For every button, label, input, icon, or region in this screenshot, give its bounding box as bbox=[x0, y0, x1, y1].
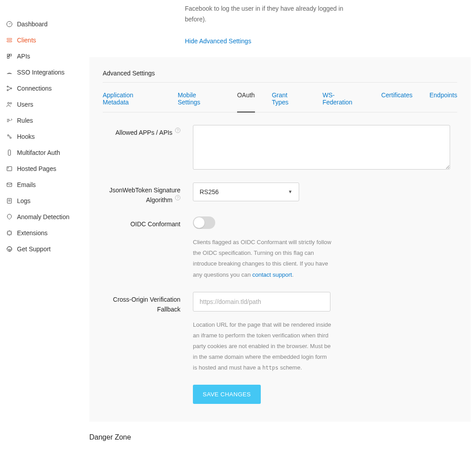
advanced-settings-title: Advanced Settings bbox=[103, 70, 457, 83]
contact-support-link[interactable]: contact support bbox=[252, 271, 292, 278]
sidebar-item-label: Users bbox=[17, 101, 33, 108]
hide-advanced-settings-link[interactable]: Hide Advanced Settings bbox=[185, 37, 471, 45]
sidebar-item-label: Dashboard bbox=[17, 21, 48, 28]
sidebar-item-extensions[interactable]: Extensions bbox=[5, 225, 89, 241]
svg-rect-17 bbox=[7, 183, 12, 187]
tab-oauth[interactable]: OAuth bbox=[237, 91, 255, 112]
tab-mobile-settings[interactable]: Mobile Settings bbox=[178, 91, 220, 112]
logs-icon bbox=[5, 197, 13, 205]
sidebar-item-emails[interactable]: Emails bbox=[5, 177, 89, 193]
svg-rect-3 bbox=[7, 54, 9, 56]
sidebar-item-label: Emails bbox=[17, 181, 36, 188]
cors-fallback-input[interactable] bbox=[193, 292, 330, 312]
toggle-knob bbox=[194, 217, 205, 228]
svg-rect-18 bbox=[7, 199, 11, 204]
svg-point-8 bbox=[11, 88, 12, 89]
svg-point-6 bbox=[7, 86, 8, 87]
allowed-apps-label: Allowed APPs / APIs ? bbox=[103, 125, 180, 137]
advanced-settings-panel: Advanced Settings Application Metadata M… bbox=[89, 57, 471, 422]
svg-point-16 bbox=[8, 167, 8, 168]
allowed-apps-textarea[interactable] bbox=[193, 125, 450, 170]
svg-rect-13 bbox=[8, 150, 10, 155]
rules-icon bbox=[5, 116, 13, 125]
jwt-algorithm-value: RS256 bbox=[200, 188, 219, 195]
danger-zone-heading: Danger Zone bbox=[89, 433, 471, 441]
sidebar-item-label: Hosted Pages bbox=[17, 165, 56, 172]
apis-icon bbox=[5, 52, 13, 60]
sidebar-item-label: APIs bbox=[17, 53, 30, 60]
sidebar-item-label: Connections bbox=[17, 85, 52, 92]
svg-rect-21 bbox=[8, 231, 11, 235]
svg-rect-4 bbox=[10, 54, 12, 56]
svg-rect-5 bbox=[7, 57, 9, 58]
sidebar-item-label: Multifactor Auth bbox=[17, 149, 60, 156]
sidebar-item-hooks[interactable]: Hooks bbox=[5, 129, 89, 145]
sidebar-item-rules[interactable]: Rules bbox=[5, 112, 89, 129]
tab-ws-federation[interactable]: WS-Federation bbox=[322, 91, 364, 112]
save-changes-button[interactable]: SAVE CHANGES bbox=[193, 385, 261, 404]
users-icon bbox=[5, 100, 13, 108]
cors-fallback-label: Cross-Origin Verification Fallback bbox=[103, 292, 180, 315]
tab-endpoints[interactable]: Endpoints bbox=[430, 91, 457, 112]
oidc-conformant-description: Clients flagged as OIDC Conformant will … bbox=[193, 237, 331, 280]
tab-application-metadata[interactable]: Application Metadata bbox=[103, 91, 161, 112]
sidebar-item-label: Get Support bbox=[17, 245, 51, 253]
anomaly-icon bbox=[5, 213, 13, 221]
https-code: https bbox=[262, 365, 278, 371]
jwt-algorithm-select[interactable]: RS256 ▼ bbox=[193, 183, 299, 201]
help-icon[interactable]: ? bbox=[175, 128, 180, 133]
chevron-down-icon: ▼ bbox=[288, 189, 292, 194]
svg-point-9 bbox=[8, 102, 9, 104]
sidebar-item-label: Logs bbox=[17, 197, 30, 204]
previous-setting-help-text: Facebook to log the user in if they have… bbox=[185, 4, 350, 25]
sidebar-item-support[interactable]: Get Support bbox=[5, 241, 89, 257]
svg-point-11 bbox=[8, 135, 9, 136]
advanced-settings-tabs: Application Metadata Mobile Settings OAu… bbox=[103, 91, 457, 112]
sidebar-item-anomaly[interactable]: Anomaly Detection bbox=[5, 209, 89, 225]
clients-icon bbox=[5, 36, 13, 44]
sso-icon bbox=[5, 68, 13, 76]
hooks-icon bbox=[5, 133, 13, 141]
sidebar-item-label: Anomaly Detection bbox=[17, 213, 70, 220]
extensions-icon bbox=[5, 229, 13, 237]
sidebar-item-sso[interactable]: SSO Integrations bbox=[5, 64, 89, 80]
jwt-algorithm-label: JsonWebToken Signature Algorithm ? bbox=[103, 183, 180, 205]
sidebar-item-label: Clients bbox=[17, 37, 36, 44]
mfa-icon bbox=[5, 149, 13, 157]
sidebar-item-label: Extensions bbox=[17, 229, 47, 237]
svg-rect-2 bbox=[7, 41, 12, 42]
sidebar-item-label: Hooks bbox=[17, 133, 35, 140]
sidebar-item-clients[interactable]: Clients bbox=[5, 32, 89, 48]
connections-icon bbox=[5, 84, 13, 92]
svg-point-10 bbox=[10, 103, 12, 104]
help-icon[interactable]: ? bbox=[175, 195, 180, 200]
sidebar-item-logs[interactable]: Logs bbox=[5, 193, 89, 209]
tab-grant-types[interactable]: Grant Types bbox=[272, 91, 306, 112]
hosted-pages-icon bbox=[5, 165, 13, 173]
svg-rect-15 bbox=[7, 166, 12, 170]
sidebar-item-connections[interactable]: Connections bbox=[5, 80, 89, 96]
svg-rect-1 bbox=[7, 38, 12, 40]
dashboard-icon bbox=[5, 20, 13, 28]
support-icon bbox=[5, 245, 13, 253]
sidebar-item-label: SSO Integrations bbox=[17, 69, 65, 76]
emails-icon bbox=[5, 181, 13, 189]
sidebar-item-label: Rules bbox=[17, 117, 33, 124]
sidebar-item-users[interactable]: Users bbox=[5, 96, 89, 112]
oidc-conformant-toggle[interactable] bbox=[193, 216, 215, 229]
sidebar-item-apis[interactable]: APIs bbox=[5, 48, 89, 64]
tab-certificates[interactable]: Certificates bbox=[381, 91, 413, 112]
sidebar-item-mfa[interactable]: Multifactor Auth bbox=[5, 145, 89, 161]
svg-point-7 bbox=[7, 90, 8, 91]
sidebar-item-hosted[interactable]: Hosted Pages bbox=[5, 161, 89, 177]
sidebar-item-dashboard[interactable]: Dashboard bbox=[5, 16, 89, 32]
oidc-conformant-label: OIDC Conformant bbox=[103, 216, 180, 229]
cors-fallback-description: Location URL for the page that will be r… bbox=[193, 320, 331, 373]
